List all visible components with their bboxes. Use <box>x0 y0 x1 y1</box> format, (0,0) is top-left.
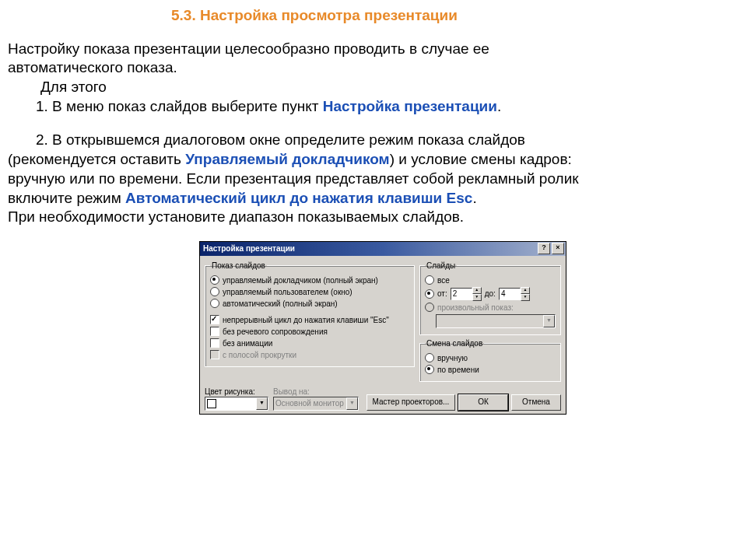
step-2-cont: (рекомендуется оставить Управляемый докл… <box>8 150 739 170</box>
chevron-down-icon[interactable]: ▼ <box>256 397 268 410</box>
step-2: 2. В открывшемся диалоговом окне определ… <box>8 131 739 150</box>
check-label: без речевого сопровождения <box>223 327 328 337</box>
spin-up-icon[interactable]: ▲ <box>472 287 482 294</box>
radio-icon <box>425 303 434 312</box>
group-slides-range: Слайды все от: 2 ▲▼ <box>419 261 561 335</box>
check-label: с полосой прокрутки <box>223 350 296 360</box>
for-this: Для этого <box>8 78 739 97</box>
check-loop-esc[interactable]: непрерывный цикл до нажатия клавиши "Esc… <box>210 315 409 325</box>
dialog-titlebar[interactable]: Настройка презентации ? × <box>200 242 566 256</box>
keyword: Управляемый докладчиком <box>185 151 389 167</box>
radio-label: управляемый докладчиком (полный экран) <box>223 275 378 285</box>
check-scrollbar: с полосой прокрутки <box>210 350 409 360</box>
from-value[interactable]: 2 <box>451 288 472 300</box>
radio-icon <box>425 275 434 285</box>
radio-icon <box>210 275 219 285</box>
step-2-cont: вручную или по времени. Если презентация… <box>8 170 739 189</box>
blank-line <box>8 116 739 131</box>
output-combo: Основной монитор ▼ <box>273 397 359 411</box>
step-1: 1. В меню показ слайдов выберите пункт Н… <box>8 97 739 117</box>
text: включите режим <box>8 190 125 206</box>
check-label: непрерывный цикл до нажатия клавиши "Esc… <box>223 315 389 325</box>
pen-color-label: Цвет рисунка: <box>205 387 268 397</box>
group-show-slides: Показ слайдов управляемый докладчиком (п… <box>205 261 415 367</box>
radio-icon <box>425 353 434 362</box>
group-legend: Смена слайдов <box>425 338 484 348</box>
radio-user-window[interactable]: управляемый пользователем (окно) <box>210 287 409 297</box>
chevron-down-icon: ▼ <box>346 397 358 410</box>
check-no-animation[interactable]: без анимации <box>210 338 409 348</box>
text: (рекомендуется оставить <box>8 151 185 167</box>
checkbox-icon <box>210 315 219 324</box>
spin-down-icon[interactable]: ▼ <box>472 294 482 301</box>
radio-custom-show: произвольный показ: <box>425 303 556 313</box>
color-swatch <box>207 399 216 408</box>
radio-label: управляемый пользователем (окно) <box>223 287 352 297</box>
combo-text: Основной монитор <box>275 398 346 408</box>
chevron-down-icon: ▼ <box>543 315 555 327</box>
radio-icon <box>425 365 434 374</box>
radio-presenter[interactable]: управляемый докладчиком (полный экран) <box>210 275 409 285</box>
projector-wizard-button[interactable]: Мастер проекторов... <box>366 394 455 411</box>
keyword: Настройка презентации <box>323 98 497 114</box>
output-label: Вывод на: <box>273 387 359 397</box>
text: 1. В меню показ слайдов выберите пункт <box>36 98 323 114</box>
radio-icon <box>425 289 434 299</box>
check-no-narration[interactable]: без речевого сопровождения <box>210 327 409 337</box>
from-spinner[interactable]: 2 ▲▼ <box>451 287 482 301</box>
radio-range[interactable]: от: 2 ▲▼ до: 4 ▲▼ <box>425 287 556 301</box>
checkbox-icon <box>210 327 219 336</box>
text: . <box>497 98 501 114</box>
radio-icon <box>210 287 219 296</box>
custom-show-combo: ▼ <box>436 314 556 328</box>
checkbox-icon <box>210 338 219 348</box>
radio-all-slides[interactable]: все <box>425 275 556 285</box>
radio-label: все <box>437 275 450 285</box>
from-label: от: <box>437 289 447 299</box>
section-heading: 5.3. Настройка просмотра презентации <box>8 6 739 26</box>
radio-icon <box>210 299 219 308</box>
help-button[interactable]: ? <box>538 243 550 254</box>
checkbox-icon <box>210 350 219 359</box>
to-spinner[interactable]: 4 ▲▼ <box>499 287 530 301</box>
group-advance: Смена слайдов вручную по времени <box>419 338 561 382</box>
radio-label: автоматический (полный экран) <box>223 299 338 309</box>
intro-line: Настройку показа презентации целесообраз… <box>8 40 739 59</box>
text: . <box>472 190 476 206</box>
group-legend: Слайды <box>425 261 457 271</box>
intro-line: автоматического показа. <box>8 58 739 78</box>
to-label: до: <box>485 289 496 299</box>
to-value[interactable]: 4 <box>499 288 521 300</box>
keyword: Автоматический цикл до нажатия клавиши E… <box>125 190 472 206</box>
spin-down-icon[interactable]: ▼ <box>521 294 530 301</box>
radio-label: произвольный показ: <box>437 303 514 313</box>
step-2-cont: При необходимости установите диапазон по… <box>8 208 739 227</box>
dialog-title: Настройка презентации <box>203 243 295 254</box>
pen-color-combo[interactable]: ▼ <box>205 397 268 411</box>
check-label: без анимации <box>223 338 272 348</box>
text: ) и условие смены кадров: <box>390 151 572 167</box>
spin-up-icon[interactable]: ▲ <box>521 287 530 294</box>
group-legend: Показ слайдов <box>210 261 267 271</box>
radio-label: вручную <box>437 353 468 363</box>
step-2-cont: включите режим Автоматический цикл до на… <box>8 189 739 208</box>
radio-manual[interactable]: вручную <box>425 353 556 363</box>
radio-auto-fullscreen[interactable]: автоматический (полный экран) <box>210 299 409 309</box>
cancel-button[interactable]: Отмена <box>511 394 561 411</box>
ok-button[interactable]: ОК <box>458 394 508 411</box>
radio-label: по времени <box>437 365 479 375</box>
settings-dialog: Настройка презентации ? × Показ слайдов … <box>199 241 566 415</box>
radio-timings[interactable]: по времени <box>425 365 556 375</box>
close-button[interactable]: × <box>552 243 564 254</box>
